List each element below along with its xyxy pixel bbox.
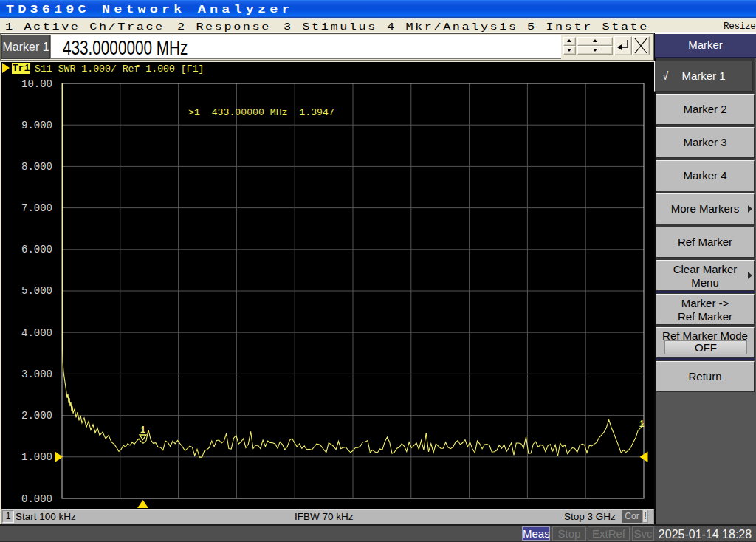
svg-text:1: 1 [140,425,146,436]
svg-text:1: 1 [639,419,645,430]
